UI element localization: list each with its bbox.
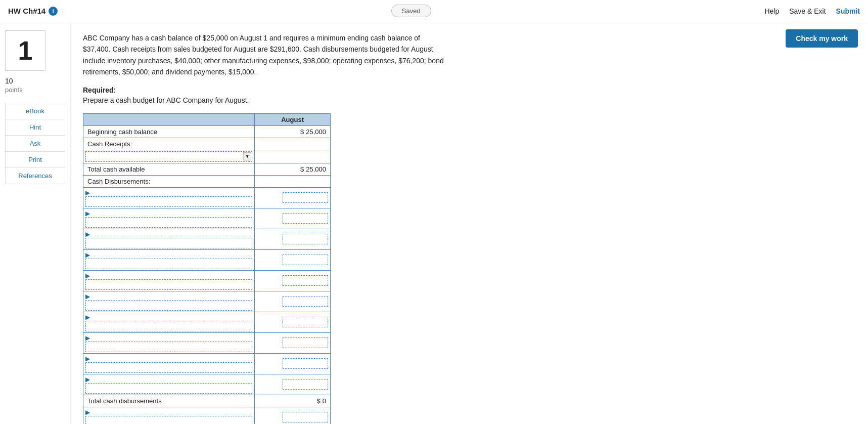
disbursement-input-value-3[interactable] — [283, 234, 328, 244]
beginning-cash-balance-label: Beginning cash balance — [83, 125, 255, 138]
required-label: Required: — [83, 86, 856, 94]
table-row: Beginning cash balance $ 25,000 — [83, 125, 331, 138]
sidebar: 1 10 points eBook Hint Ask Print Referen… — [0, 22, 71, 424]
disbursement-label-5[interactable]: ▶ — [83, 270, 255, 291]
problem-text: ABC Company has a cash balance of $25,00… — [83, 32, 538, 78]
disbursement-label-1[interactable]: ▶ — [83, 187, 255, 208]
disbursement-value-7[interactable] — [255, 312, 331, 332]
cash-receipts-input-value-cell[interactable] — [255, 150, 331, 163]
disbursement-value-9[interactable] — [255, 353, 331, 374]
table-header-row: August — [83, 113, 331, 125]
disbursement-input-value-7[interactable] — [283, 317, 328, 327]
disbursement-input-value-9[interactable] — [283, 358, 328, 369]
dollar-sign: $ — [317, 397, 321, 405]
disbursement-input-value-5[interactable] — [283, 275, 328, 286]
disbursement-input-value-6[interactable] — [283, 296, 328, 307]
submit-link[interactable]: Submit — [836, 7, 860, 15]
total-disbursements-amount: 0 — [323, 397, 326, 405]
table-row: ▶ — [83, 187, 331, 208]
table-row: ▶ — [83, 407, 331, 424]
cash-disbursements-value-cell — [255, 175, 331, 187]
disbursement-label-3[interactable]: ▶ — [83, 229, 255, 249]
saved-badge: Saved — [391, 5, 431, 17]
disbursement-input-label-6[interactable] — [85, 300, 252, 311]
disbursement-label-9[interactable]: ▶ — [83, 353, 255, 374]
sidebar-item-ebook[interactable]: eBook — [6, 103, 65, 119]
dropdown-cell: ▼ — [85, 151, 252, 162]
disbursement-input-label-10[interactable] — [85, 383, 252, 394]
question-number-box: 1 — [5, 30, 45, 71]
value-cell: $ 25,000 — [259, 165, 326, 173]
header-title: HW Ch#14 i — [8, 7, 58, 16]
disbursement-label-7[interactable]: ▶ — [83, 312, 255, 332]
disbursement-label-8[interactable]: ▶ — [83, 332, 255, 353]
disbursement-input-label-3[interactable] — [85, 238, 252, 248]
disbursement-value-4[interactable] — [255, 249, 331, 270]
dropdown-arrow-icon[interactable]: ▼ — [243, 152, 251, 160]
cash-receipts-dropdown-input[interactable] — [85, 151, 252, 162]
disbursement-input-label-2[interactable] — [85, 217, 252, 228]
sidebar-item-references[interactable]: References — [6, 168, 65, 184]
table-row: ▶ — [83, 270, 331, 291]
help-link[interactable]: Help — [764, 7, 779, 15]
disbursement-value-2[interactable] — [255, 208, 331, 229]
disbursement-input-value-10[interactable] — [283, 379, 328, 390]
table-header-col1 — [83, 113, 255, 125]
beginning-cash-balance-value: $ 25,000 — [255, 125, 331, 138]
arrow-icon: ▶ — [85, 251, 90, 259]
disbursement-input-value-2[interactable] — [283, 213, 328, 224]
dollar-sign: $ — [300, 128, 304, 136]
disbursement-value-6[interactable] — [255, 291, 331, 312]
disbursement-input-label-1[interactable] — [85, 196, 252, 207]
arrow-icon: ▶ — [85, 314, 90, 321]
disbursement-value-10[interactable] — [255, 374, 331, 395]
sidebar-item-print[interactable]: Print — [6, 152, 65, 168]
budget-table: August Beginning cash balance $ 25,000 — [83, 113, 331, 424]
cash-receipts-input-label-cell[interactable]: ▼ — [83, 150, 255, 163]
extra-row-1-value[interactable] — [255, 407, 331, 424]
disbursement-input-value-8[interactable] — [283, 337, 328, 348]
dollar-sign: $ — [300, 165, 304, 173]
hw-title: HW Ch#14 — [8, 7, 45, 15]
total-cash-disbursements-value: $ 0 — [255, 395, 331, 407]
disbursement-label-10[interactable]: ▶ — [83, 374, 255, 395]
header-center: Saved — [58, 5, 764, 17]
info-icon[interactable]: i — [49, 7, 58, 16]
cash-disbursements-label: Cash Disbursements: — [83, 175, 255, 187]
table-header-col2: August — [255, 113, 331, 125]
main-layout: 1 10 points eBook Hint Ask Print Referen… — [0, 22, 868, 424]
table-row: ▶ — [83, 291, 331, 312]
question-number: 1 — [18, 35, 33, 66]
disbursement-input-label-8[interactable] — [85, 342, 252, 352]
disbursement-value-5[interactable] — [255, 270, 331, 291]
disbursement-input-label-5[interactable] — [85, 279, 252, 290]
table-row: ▶ — [83, 249, 331, 270]
extra-row-1-label[interactable]: ▶ — [83, 407, 255, 424]
table-row: ▶ — [83, 374, 331, 395]
disbursement-label-2[interactable]: ▶ — [83, 208, 255, 229]
beginning-cash-value: 25,000 — [306, 128, 326, 136]
disbursement-value-1[interactable] — [255, 187, 331, 208]
table-row: Cash Receipts: — [83, 138, 331, 150]
points-value: 10 — [5, 77, 65, 85]
disbursement-input-value-4[interactable] — [283, 255, 328, 265]
cash-receipts-amount-input[interactable] — [283, 153, 328, 160]
disbursement-label-6[interactable]: ▶ — [83, 291, 255, 312]
disbursement-input-value-1[interactable] — [283, 192, 328, 203]
disbursement-input-label-9[interactable] — [85, 362, 252, 373]
disbursement-value-3[interactable] — [255, 229, 331, 249]
header: HW Ch#14 i Saved Help Save & Exit Submit — [0, 0, 868, 22]
check-my-work-button[interactable]: Check my work — [786, 29, 858, 48]
save-exit-link[interactable]: Save & Exit — [789, 7, 826, 15]
sidebar-item-ask[interactable]: Ask — [6, 136, 65, 152]
sidebar-item-hint[interactable]: Hint — [6, 119, 65, 136]
cash-receipts-label: Cash Receipts: — [83, 138, 255, 150]
extra-input-label-1[interactable] — [85, 416, 252, 424]
arrow-icon: ▶ — [85, 334, 90, 342]
table-row: ▼ — [83, 150, 331, 163]
disbursement-value-8[interactable] — [255, 332, 331, 353]
disbursement-input-label-7[interactable] — [85, 321, 252, 331]
disbursement-input-label-4[interactable] — [85, 259, 252, 269]
disbursement-label-4[interactable]: ▶ — [83, 249, 255, 270]
extra-input-value-1[interactable] — [283, 412, 328, 422]
